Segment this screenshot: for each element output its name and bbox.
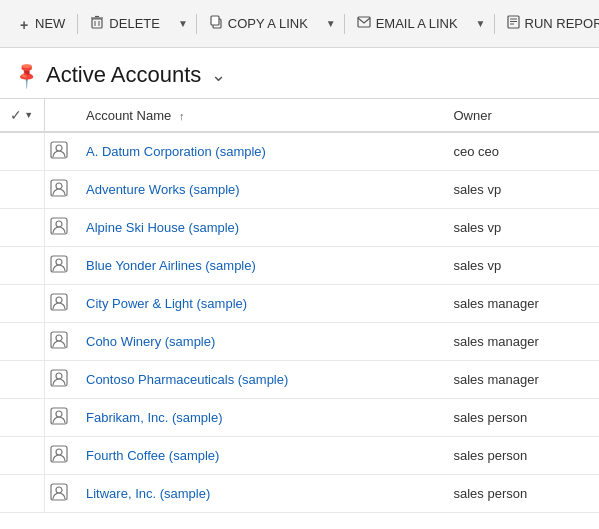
account-name-cell[interactable]: Fourth Coffee (sample) [74, 437, 442, 475]
account-name-cell[interactable]: Adventure Works (sample) [74, 171, 442, 209]
owner-header[interactable]: Owner [442, 99, 600, 133]
select-all-checkmark: ✓ [10, 107, 22, 123]
email-dropdown-arrow: ▼ [476, 18, 486, 29]
new-icon: + [18, 18, 30, 30]
account-name-cell[interactable]: Alpine Ski House (sample) [74, 209, 442, 247]
table-row: Fourth Coffee (sample)sales person [0, 437, 599, 475]
table-row: City Power & Light (sample)sales manager [0, 285, 599, 323]
svg-point-31 [56, 487, 62, 493]
email-link-button[interactable]: EMAIL A LINK [347, 0, 468, 47]
owner-cell: sales person [442, 399, 600, 437]
account-type-icon [50, 489, 68, 504]
sort-asc-icon: ↑ [179, 110, 185, 122]
account-type-icon [50, 413, 68, 428]
row-account-icon [44, 209, 74, 247]
delete-label: DELETE [109, 16, 160, 31]
row-checkbox[interactable] [0, 475, 44, 513]
table-row: Blue Yonder Airlines (sample)sales vp [0, 247, 599, 285]
delete-button[interactable]: DELETE [80, 0, 170, 47]
select-all-header[interactable]: ✓ ▼ [0, 99, 44, 133]
row-checkbox[interactable] [0, 323, 44, 361]
accounts-table: ✓ ▼ Account Name ↑ Owner [0, 98, 599, 513]
row-checkbox[interactable] [0, 209, 44, 247]
account-type-icon [50, 261, 68, 276]
account-name-label: Account Name [86, 108, 171, 123]
row-checkbox[interactable] [0, 361, 44, 399]
table-row: Alpine Ski House (sample)sales vp [0, 209, 599, 247]
row-account-icon [44, 437, 74, 475]
row-checkbox[interactable] [0, 399, 44, 437]
row-checkbox[interactable] [0, 132, 44, 171]
owner-cell: sales manager [442, 323, 600, 361]
account-type-icon [50, 337, 68, 352]
title-dropdown-button[interactable]: ⌄ [211, 64, 226, 86]
svg-point-21 [56, 297, 62, 303]
table-row: A. Datum Corporation (sample)ceo ceo [0, 132, 599, 171]
owner-cell: sales manager [442, 361, 600, 399]
email-label: EMAIL A LINK [376, 16, 458, 31]
svg-rect-6 [211, 16, 219, 25]
page-title: Active Accounts [46, 62, 201, 88]
select-all-arrow: ▼ [24, 110, 33, 120]
account-name-cell[interactable]: Litware, Inc. (sample) [74, 475, 442, 513]
account-type-icon [50, 451, 68, 466]
account-name-cell[interactable]: City Power & Light (sample) [74, 285, 442, 323]
email-dropdown-button[interactable]: ▼ [468, 0, 492, 47]
owner-cell: sales vp [442, 171, 600, 209]
svg-point-25 [56, 373, 62, 379]
row-account-icon [44, 361, 74, 399]
owner-cell: sales vp [442, 209, 600, 247]
owner-label: Owner [454, 108, 492, 123]
table-row: Litware, Inc. (sample)sales person [0, 475, 599, 513]
delete-dropdown-button[interactable]: ▼ [170, 0, 194, 47]
account-type-icon [50, 223, 68, 238]
run-report-icon [507, 15, 520, 32]
svg-point-27 [56, 411, 62, 417]
new-button[interactable]: + NEW [8, 0, 75, 47]
row-icon-header [44, 99, 74, 133]
row-account-icon [44, 171, 74, 209]
table-row: Fabrikam, Inc. (sample)sales person [0, 399, 599, 437]
account-name-cell[interactable]: Coho Winery (sample) [74, 323, 442, 361]
copy-dropdown-button[interactable]: ▼ [318, 0, 342, 47]
toolbar: + NEW DELETE ▼ COPY A L [0, 0, 599, 48]
row-account-icon [44, 285, 74, 323]
account-name-cell[interactable]: A. Datum Corporation (sample) [74, 132, 442, 171]
account-name-cell[interactable]: Blue Yonder Airlines (sample) [74, 247, 442, 285]
pin-icon: 📌 [11, 59, 42, 90]
svg-point-13 [56, 145, 62, 151]
new-label: NEW [35, 16, 65, 31]
run-report-button[interactable]: RUN REPORT [497, 0, 599, 47]
row-account-icon [44, 475, 74, 513]
owner-cell: sales person [442, 475, 600, 513]
account-name-header[interactable]: Account Name ↑ [74, 99, 442, 133]
copy-link-button[interactable]: COPY A LINK [199, 0, 318, 47]
account-type-icon [50, 299, 68, 314]
svg-rect-7 [358, 17, 370, 27]
svg-point-23 [56, 335, 62, 341]
account-type-icon [50, 147, 68, 162]
account-type-icon [50, 375, 68, 390]
account-name-cell[interactable]: Fabrikam, Inc. (sample) [74, 399, 442, 437]
delete-icon [90, 15, 104, 32]
svg-point-17 [56, 221, 62, 227]
row-checkbox[interactable] [0, 171, 44, 209]
row-account-icon [44, 247, 74, 285]
table-row: Adventure Works (sample)sales vp [0, 171, 599, 209]
account-name-cell[interactable]: Contoso Pharmaceuticals (sample) [74, 361, 442, 399]
page-header: 📌 Active Accounts ⌄ [0, 48, 599, 98]
svg-point-19 [56, 259, 62, 265]
svg-rect-0 [92, 19, 102, 28]
svg-point-15 [56, 183, 62, 189]
row-account-icon [44, 132, 74, 171]
owner-cell: sales manager [442, 285, 600, 323]
table-row: Coho Winery (sample)sales manager [0, 323, 599, 361]
owner-cell: sales vp [442, 247, 600, 285]
copy-icon [209, 15, 223, 32]
row-account-icon [44, 323, 74, 361]
row-checkbox[interactable] [0, 437, 44, 475]
svg-point-29 [56, 449, 62, 455]
owner-cell: ceo ceo [442, 132, 600, 171]
row-checkbox[interactable] [0, 285, 44, 323]
row-checkbox[interactable] [0, 247, 44, 285]
